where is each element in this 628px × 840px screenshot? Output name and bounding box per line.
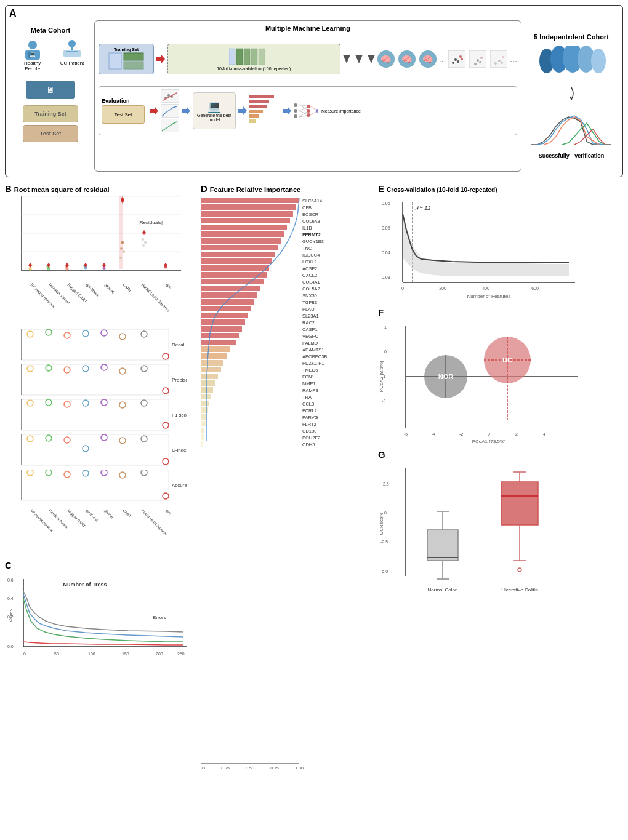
svg-text:TGFB3: TGFB3 (302, 300, 317, 305)
brain-icons: 🧠 🧠 🧠 (377, 50, 437, 68)
svg-text:0: 0 (488, 432, 490, 436)
svg-text:Random Forest: Random Forest (48, 508, 69, 529)
svg-rect-239 (201, 252, 275, 257)
laptop-icon: 💻 (207, 100, 221, 113)
svg-point-130 (119, 334, 126, 340)
eval-arrow-icon (150, 106, 158, 115)
svg-rect-49 (249, 105, 267, 108)
svg-text:0.75: 0.75 (270, 766, 279, 769)
svg-rect-271 (201, 360, 223, 366)
eval-charts (161, 89, 179, 132)
node-1 (294, 103, 297, 107)
svg-text:COL4A1: COL4A1 (302, 279, 320, 285)
svg-rect-16 (259, 49, 265, 65)
svg-point-145 (119, 368, 126, 374)
svg-point-190 (119, 472, 126, 478)
svg-rect-295 (201, 441, 203, 447)
training-set-box: Training Set (23, 105, 78, 122)
svg-text:glm: glm (165, 282, 173, 290)
svg-rect-12 (229, 49, 235, 65)
panel-e-chart: 0.06 0.05 0.04 0.03 0 200 400 600 Number… (378, 196, 581, 301)
svg-point-172 (64, 437, 70, 443)
node-2 (294, 109, 297, 113)
svg-marker-96 (102, 263, 106, 268)
svg-point-22 (452, 62, 454, 64)
accuracy-chart: 1.0 0.9 0.8 0.7 Accuracy (21, 470, 187, 503)
svg-text:𝒩 = 12: 𝒩 = 12 (413, 205, 430, 211)
panel-efg-column: E Cross-validation (10-fold 10-repeated)… (378, 183, 623, 770)
svg-point-36 (502, 56, 504, 58)
svg-text:RAC2: RAC2 (302, 320, 315, 326)
svg-text:C-index: C-index (172, 447, 187, 453)
svg-text:glmnet: glmnet (103, 282, 116, 295)
panel-d-label: D (201, 183, 207, 194)
svg-text:Ulcerative Colitis: Ulcerative Colitis (501, 587, 538, 593)
svg-point-175 (119, 438, 126, 444)
svg-point-142 (64, 367, 70, 373)
svg-rect-48 (249, 100, 269, 103)
svg-marker-310 (403, 215, 569, 276)
svg-marker-11 (156, 55, 165, 63)
healthy-person-icon: 💻 (22, 39, 44, 61)
svg-text:0.05: 0.05 (382, 226, 390, 230)
arrow-right-icon (156, 55, 165, 63)
node-col-1 (294, 103, 297, 118)
cv-grid-icon: ... (229, 47, 278, 66)
bottom-panels: B Root mean square of residual 1.00 0.75… (5, 183, 623, 770)
svg-rect-8 (109, 53, 121, 69)
svg-rect-134 (21, 364, 169, 395)
panel-g-label: G (378, 449, 385, 460)
svg-text:CFB: CFB (302, 205, 312, 210)
svg-text:250: 250 (177, 652, 185, 656)
svg-text:TNC: TNC (302, 246, 312, 251)
svg-text:PALMD: PALMD (302, 340, 318, 346)
svg-text:Normal Colon: Normal Colon (428, 587, 458, 593)
test-set-label: Test Set (40, 130, 61, 137)
svg-text:PARVG: PARVG (302, 415, 318, 420)
svg-text:ADAMTS1: ADAMTS1 (302, 347, 324, 353)
svg-marker-19 (355, 55, 363, 63)
cv-box: ... 10-fold-cross-validation (100 repeat… (167, 44, 340, 74)
ellipsis-1: ... (439, 54, 446, 64)
svg-rect-283 (201, 401, 209, 406)
svg-rect-38 (161, 89, 179, 103)
svg-point-28 (474, 63, 477, 65)
svg-text:0.00: 0.00 (201, 766, 205, 769)
svg-point-104 (142, 238, 144, 241)
svg-text:-2: -2 (382, 399, 385, 403)
ml-top-row: Training Set (99, 34, 517, 84)
panel-b: B Root mean square of residual 1.00 0.75… (5, 183, 190, 555)
svg-text:Partial Least Squares: Partial Least Squares (140, 282, 171, 313)
svg-text:SLC6A14: SLC6A14 (302, 198, 322, 204)
b-x-labels: BP neural network Random Forest Bagged C… (21, 279, 181, 328)
svg-text:F1 score: F1 score (172, 412, 187, 418)
svg-rect-285 (201, 407, 208, 413)
svg-rect-263 (201, 333, 239, 338)
svg-text:Partial Least Squares: Partial Least Squares (140, 508, 168, 536)
svg-point-106 (142, 244, 145, 247)
svg-point-170 (27, 436, 33, 442)
training-set-label: Training Set (34, 111, 66, 117)
svg-point-188 (83, 470, 89, 476)
svg-rect-51 (249, 114, 259, 118)
svg-text:2.5: 2.5 (383, 482, 389, 486)
precision-chart: 1.0 0.9 0.8 0.7 Precison (21, 364, 187, 398)
svg-rect-52 (249, 119, 256, 123)
svg-text:|Residuals|: |Residuals| (139, 220, 163, 225)
svg-text:Accuracy: Accuracy (172, 482, 187, 488)
svg-point-162 (163, 422, 169, 428)
b-x-labels-svg: BP neural network Random Forest Bagged C… (21, 279, 181, 328)
svg-text:200: 200 (439, 286, 446, 290)
svg-point-174 (101, 434, 107, 441)
svg-point-155 (27, 400, 33, 406)
svg-text:COL5A2: COL5A2 (302, 286, 320, 292)
metric-charts: 1.0 0.9 0.8 0.7 Recall (21, 329, 190, 503)
residual-chart-svg: 1.00 0.75 0.50 0.25 0.00 (21, 196, 187, 276)
ml-section: Multiple Machine Learning Training Set (94, 20, 521, 172)
svg-rect-101 (119, 196, 123, 269)
cindex-chart: 1.0 0.9 0.8 0.7 C-index (21, 434, 187, 468)
svg-rect-47 (249, 95, 274, 98)
svg-point-29 (477, 59, 479, 62)
svg-marker-85 (28, 263, 32, 268)
svg-marker-18 (343, 55, 350, 63)
